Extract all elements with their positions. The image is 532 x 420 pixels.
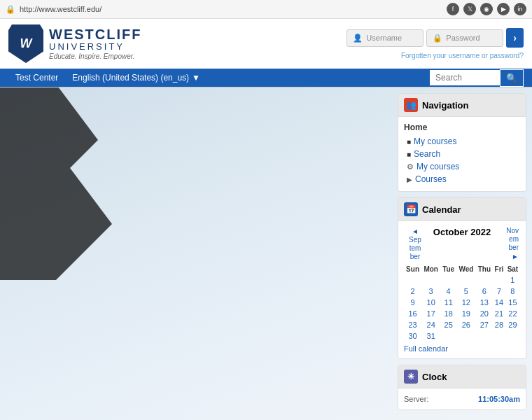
bullet-icon: ■ [407,138,411,146]
url-text: http://www.westcliff.edu/ [20,5,102,13]
calendar-header-row: Sun Mon Tue Wed Thu Fri Sat [404,264,520,274]
nav-item-label: Courses [415,174,447,184]
instagram-icon[interactable]: ◉ [480,3,493,15]
navigation-widget: 👥 Navigation Home ■ My courses ■ Search … [398,93,526,192]
search-input[interactable] [430,70,500,85]
calendar-day[interactable]: 22 [505,308,520,319]
search-button[interactable]: 🔍 [500,69,524,87]
nav-item-label: My courses [414,136,456,146]
nav-bar: Test Center English (United States) (en_… [0,69,532,87]
calendar-month-title: October 2022 [425,227,499,237]
calendar-day [440,274,456,286]
navigation-widget-icon: 👥 [404,98,418,112]
day-sat: Sat [505,264,520,274]
calendar-day[interactable]: 8 [505,286,520,297]
calendar-body: 1234567891011121314151617181920212223242… [404,274,520,342]
calendar-day [476,330,493,342]
calendar-day[interactable]: 2 [404,286,421,297]
calendar-week-row: 9101112131415 [404,297,520,308]
calendar-day[interactable]: 17 [421,308,440,319]
calendar-day[interactable]: 19 [456,308,476,319]
calendar-day[interactable]: 24 [421,319,440,330]
calendar-day[interactable]: 27 [476,319,493,330]
nav-item-label: Search [414,149,440,159]
address-bar: 🔒 http://www.westcliff.edu/ f 𝕏 ◉ ▶ in [0,0,532,19]
calendar-day[interactable]: 21 [493,308,505,319]
next-month-link[interactable]: November ► [499,227,519,261]
lock-input-icon: 🔒 [433,34,442,43]
list-item[interactable]: ■ Search [407,148,520,160]
calendar-day[interactable]: 18 [440,308,456,319]
youtube-icon[interactable]: ▶ [497,3,510,15]
calendar-day[interactable]: 3 [421,286,440,297]
calendar-day[interactable]: 9 [404,297,421,308]
prev-month-link[interactable]: ◄ September [405,227,425,261]
prev-arrow: ◄ [412,227,419,235]
calendar-day[interactable]: 12 [456,297,476,308]
username-field[interactable]: 👤 Username [346,29,424,47]
navigation-widget-header: 👥 Navigation [398,94,526,117]
calendar-day[interactable]: 11 [440,297,456,308]
calendar-day[interactable]: 6 [476,286,493,297]
list-item[interactable]: ▶ Courses [407,173,520,186]
password-placeholder: Password [446,34,479,42]
calendar-widget-header: 📅 Calendar [398,198,526,221]
calendar-day[interactable]: 15 [505,297,520,308]
clock-server-label: Server: [404,395,428,403]
calendar-day[interactable]: 1 [505,274,520,286]
calendar-day[interactable]: 10 [421,297,440,308]
login-fields: 👤 Username 🔒 Password › [346,28,524,48]
calendar-day[interactable]: 7 [493,286,505,297]
calendar-day [440,330,456,342]
login-button[interactable]: › [506,28,524,48]
calendar-day [456,330,476,342]
calendar-day[interactable]: 30 [404,330,421,342]
list-item[interactable]: ■ My courses [407,135,520,148]
calendar-day [456,274,476,286]
calendar-day [421,274,440,286]
sidebar: 👥 Navigation Home ■ My courses ■ Search … [392,88,532,416]
facebook-icon[interactable]: f [447,3,459,15]
clock-server-time: 11:05:30am [478,395,520,403]
navigation-widget-title: Navigation [422,100,468,111]
calendar-week-row: 23242526272829 [404,319,520,330]
university-name: WESTCLIFF [49,27,141,41]
calendar-day[interactable]: 16 [404,308,421,319]
calendar-day [404,274,421,286]
calendar-day[interactable]: 20 [476,308,493,319]
calendar-day[interactable]: 25 [440,319,456,330]
social-icons-area: f 𝕏 ◉ ▶ in [447,3,526,15]
password-field[interactable]: 🔒 Password [426,29,503,47]
linkedin-icon[interactable]: in [514,3,526,15]
full-calendar-link[interactable]: Full calendar [404,344,520,353]
day-wed: Wed [456,264,476,274]
calendar-day[interactable]: 26 [456,319,476,330]
clock-widget-title: Clock [422,372,447,382]
calendar-day[interactable]: 31 [421,330,440,342]
university-tagline: Educate. Inspire. Empower. [49,52,141,60]
calendar-table: Sun Mon Tue Wed Thu Fri Sat 123456789101… [404,264,520,342]
logo-text: WESTCLIFF UNIVERSITY Educate. Inspire. E… [49,27,141,60]
calendar-widget-body: ◄ September October 2022 November ► Sun … [398,221,526,358]
test-center-link[interactable]: Test Center [8,69,65,87]
brand-bar: W WESTCLIFF UNIVERSITY Educate. Inspire.… [0,19,532,69]
day-thu: Thu [476,264,493,274]
calendar-day[interactable]: 13 [476,297,493,308]
calendar-day[interactable]: 5 [456,286,476,297]
user-icon: 👤 [353,34,363,43]
day-fri: Fri [493,264,505,274]
calendar-day[interactable]: 28 [493,319,505,330]
language-link[interactable]: English (United States) (en_us) ▼ [65,69,207,87]
calendar-day[interactable]: 14 [493,297,505,308]
calendar-day[interactable]: 23 [404,319,421,330]
list-item[interactable]: ⚙ My courses [407,160,520,173]
forgot-link[interactable]: Forgotten your username or password? [401,52,524,59]
search-area: 🔍 [430,69,524,87]
calendar-widget-icon: 📅 [404,202,418,216]
calendar-widget-title: Calendar [422,204,461,215]
clock-widget-header: ✳ Clock [398,365,526,388]
calendar-day[interactable]: 29 [505,319,520,330]
twitter-icon[interactable]: 𝕏 [463,3,476,15]
content-area [0,88,392,416]
calendar-day[interactable]: 4 [440,286,456,297]
